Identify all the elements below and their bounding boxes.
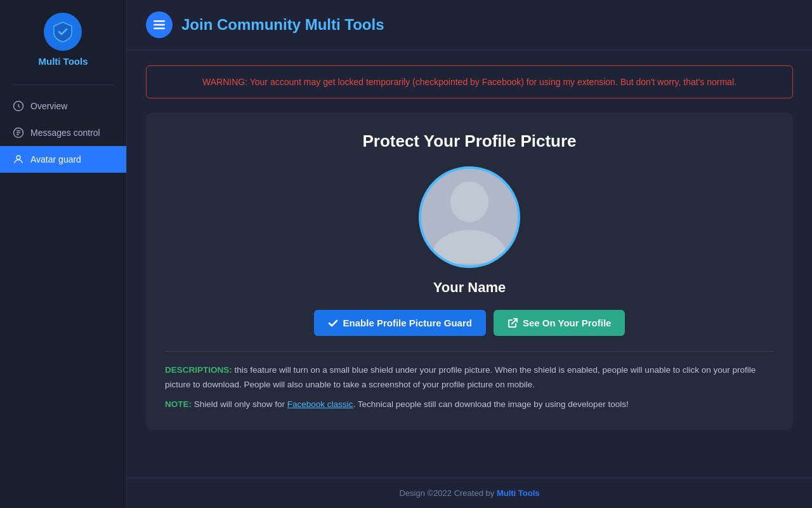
sidebar-item-messages-control[interactable]: Messages control [0,119,126,146]
see-profile-label: See On Your Profile [523,318,611,328]
svg-point-7 [433,230,506,264]
avatar-guard-icon [13,154,24,165]
svg-rect-4 [154,24,165,26]
user-name: Your Name [433,279,506,296]
sidebar-item-overview[interactable]: Overview [0,93,126,119]
header-menu-icon [152,17,167,32]
svg-rect-5 [154,28,165,30]
avatar-silhouette-icon [428,171,511,264]
profile-card-title: Protect Your Profile Picture [362,131,576,151]
warning-text: WARNING: Your account may get locked tem… [202,77,737,87]
sidebar: Multi Tools Overview Messages control Av… [0,0,127,508]
description-block: DESCRIPTIONS: this feature will turn on … [165,363,774,412]
footer: Design ©2022 Created by Multi Tools [127,478,812,508]
overview-icon [13,100,24,112]
sidebar-divider [13,84,114,85]
header: Join Community Multi Tools [127,0,812,50]
logo-circle [44,13,82,51]
sidebar-title: Multi Tools [38,56,88,67]
card-divider [165,351,774,352]
sidebar-logo: Multi Tools [38,13,88,67]
sidebar-item-overview-label: Overview [30,101,67,111]
footer-text: Design ©2022 Created by [399,488,496,498]
content-area: WARNING: Your account may get locked tem… [127,50,812,478]
svg-line-8 [512,319,517,324]
svg-rect-3 [154,20,165,22]
enable-profile-guard-button[interactable]: Enable Profile Picture Guard [314,310,486,336]
note-label: NOTE: [165,399,192,409]
shield-check-icon [51,20,74,43]
avatar [419,166,520,268]
note-text: Shield will only show for [192,399,287,409]
warning-box: WARNING: Your account may get locked tem… [146,65,793,98]
main-content: Join Community Multi Tools WARNING: Your… [127,0,812,508]
checkmark-icon [328,318,338,328]
see-on-profile-button[interactable]: See On Your Profile [494,310,625,336]
note-suffix: . Technical people still can download th… [353,399,628,409]
svg-point-2 [16,156,20,159]
sidebar-item-messages-label: Messages control [30,128,100,138]
desc-label: DESCRIPTIONS: [165,365,232,375]
page-title: Join Community Multi Tools [181,16,384,34]
profile-card: Protect Your Profile Picture Your Name [146,112,793,430]
buttons-row: Enable Profile Picture Guard See On Your… [314,310,625,336]
sidebar-item-avatar-guard[interactable]: Avatar guard [0,146,126,173]
svg-point-6 [450,182,488,222]
header-icon-circle [146,11,173,38]
facebook-classic-link[interactable]: Facebook classic [287,399,353,409]
enable-button-label: Enable Profile Picture Guard [343,318,472,328]
link-icon [508,318,518,328]
desc-text: this feature will turn on a small blue s… [165,365,756,389]
footer-brand: Multi Tools [497,488,540,498]
messages-icon [13,127,24,138]
sidebar-item-avatar-label: Avatar guard [30,154,81,164]
